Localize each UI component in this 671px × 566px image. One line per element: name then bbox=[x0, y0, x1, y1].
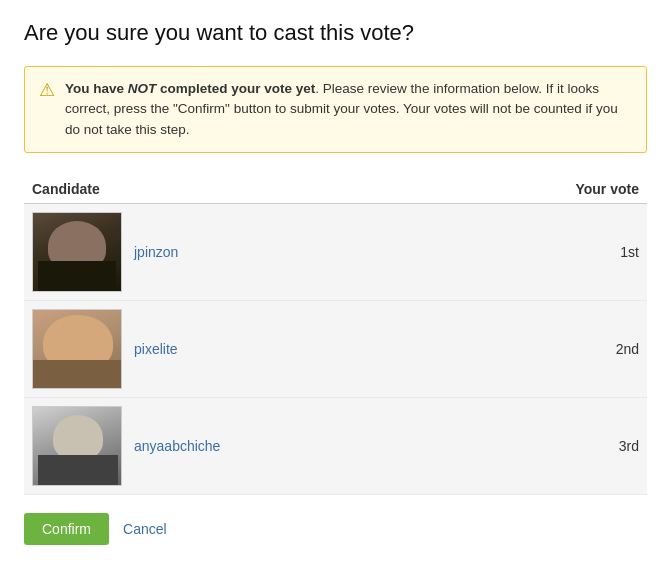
candidate-name-1: jpinzon bbox=[134, 244, 178, 260]
vote-rank-3: 3rd bbox=[579, 438, 639, 454]
col-header-vote: Your vote bbox=[575, 181, 639, 197]
table-row: anyaabchiche 3rd bbox=[24, 398, 647, 495]
warning-banner: ⚠ You have NOT completed your vote yet. … bbox=[24, 66, 647, 153]
vote-rank-1: 1st bbox=[579, 244, 639, 260]
candidate-left-2: pixelite bbox=[32, 309, 178, 389]
candidate-photo-jpinzon bbox=[32, 212, 122, 292]
candidate-name-2: pixelite bbox=[134, 341, 178, 357]
action-buttons: Confirm Cancel bbox=[24, 513, 647, 545]
table-row: jpinzon 1st bbox=[24, 204, 647, 301]
candidate-left-3: anyaabchiche bbox=[32, 406, 220, 486]
cancel-button[interactable]: Cancel bbox=[123, 521, 167, 537]
col-header-candidate: Candidate bbox=[32, 181, 100, 197]
candidate-photo-anya bbox=[32, 406, 122, 486]
candidate-photo-pixelite bbox=[32, 309, 122, 389]
warning-icon: ⚠ bbox=[39, 80, 55, 102]
table-header: Candidate Your vote bbox=[24, 175, 647, 204]
page-title: Are you sure you want to cast this vote? bbox=[24, 20, 647, 46]
candidate-name-3: anyaabchiche bbox=[134, 438, 220, 454]
table-row: pixelite 2nd bbox=[24, 301, 647, 398]
confirm-button[interactable]: Confirm bbox=[24, 513, 109, 545]
warning-text: You have NOT completed your vote yet. Pl… bbox=[65, 79, 632, 140]
vote-rank-2: 2nd bbox=[579, 341, 639, 357]
candidate-left-1: jpinzon bbox=[32, 212, 178, 292]
votes-table: Candidate Your vote jpinzon 1st pixelite… bbox=[24, 175, 647, 495]
